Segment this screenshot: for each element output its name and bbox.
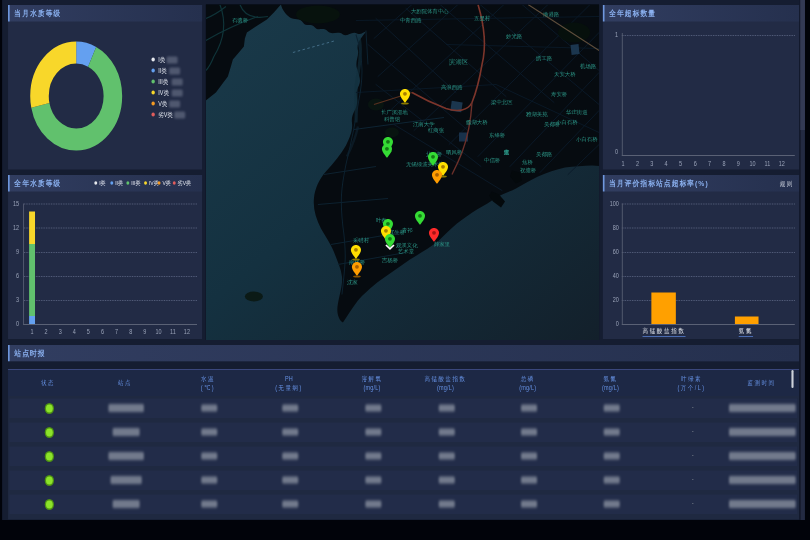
svg-text:渔港路: 渔港路 [543,12,560,19]
svg-text:机场路: 机场路 [580,64,597,71]
svg-text:祝塘桥: 祝塘桥 [520,168,537,175]
svg-text:红商张: 红商张 [428,128,445,135]
svg-text:中信桥: 中信桥 [484,158,501,165]
svg-text:天安大桥: 天安大桥 [554,72,576,78]
svg-text:五星村: 五星村 [474,16,491,23]
svg-text:绣工路: 绣工路 [536,56,553,63]
svg-text:中青西路: 中青西路 [400,18,422,25]
svg-text:吴都桥: 吴都桥 [544,122,561,129]
svg-text:大剧院体育中心: 大剧院体育中心 [411,9,449,16]
svg-text:沈家: 沈家 [347,280,358,287]
svg-text:薛家里: 薛家里 [434,242,451,248]
svg-text:高浪西路: 高浪西路 [441,85,463,92]
svg-text:科普馆: 科普馆 [384,117,401,124]
svg-text:吉杨桥: 吉杨桥 [381,258,399,265]
svg-text:滨湖区: 滨湖区 [448,59,469,67]
svg-text:采硝村: 采硝村 [353,238,370,245]
svg-text:蠡湖大桥: 蠡湖大桥 [466,120,488,126]
svg-text:晒风桥: 晒风桥 [446,150,463,156]
svg-text:梁中北区: 梁中北区 [491,100,513,107]
svg-text:石塘桥: 石塘桥 [232,18,249,25]
svg-text:青祁: 青祁 [402,228,413,234]
svg-text:艺术堂: 艺术堂 [398,249,415,256]
svg-text:江南大学: 江南大学 [413,122,435,128]
svg-text:小白石桥: 小白石桥 [575,137,598,144]
svg-text:雅湖美苑: 雅湖美苑 [526,112,548,119]
svg-text:华庄街道: 华庄街道 [566,110,588,117]
svg-text:东绛桥: 东绛桥 [488,133,506,139]
svg-text:妙光路: 妙光路 [506,34,523,41]
svg-text:长广溪湿地: 长广溪湿地 [381,110,409,116]
svg-text:寿安桥: 寿安桥 [551,92,568,98]
svg-text:焦桥: 焦桥 [522,160,533,166]
svg-text:吴都路: 吴都路 [536,152,553,159]
